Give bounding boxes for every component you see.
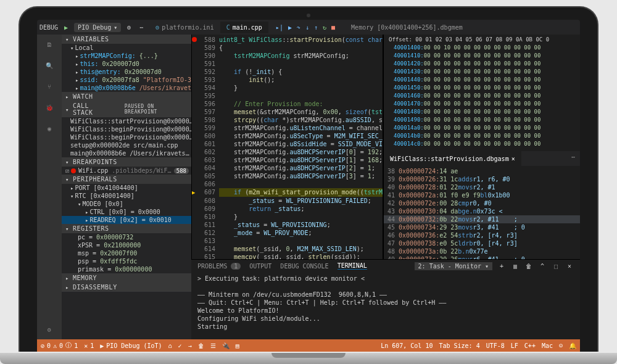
variable-item[interactable]: this: 0x200007d0 bbox=[62, 60, 191, 68]
pio-build-icon[interactable]: ✓ bbox=[178, 342, 182, 349]
memory-header[interactable]: MEMORY bbox=[62, 273, 191, 283]
maximize-icon[interactable]: ^ bbox=[538, 262, 547, 270]
terminal-select[interactable]: 2: Task - Monitor ▾ bbox=[415, 262, 492, 270]
memory-row[interactable]: 40001430: 00 00 00 00 00 00 00 00 00 00 … bbox=[384, 68, 580, 76]
memory-row[interactable]: 40001400: 00 00 10 00 00 00 00 00 00 00 … bbox=[384, 44, 580, 52]
memory-row[interactable]: 40001490: 00 00 00 00 00 00 00 00 00 00 … bbox=[384, 116, 580, 124]
memory-row[interactable]: 40001420: 00 00 00 00 00 00 00 00 00 00 … bbox=[384, 60, 580, 68]
disasm-row[interactable]: 470x00000738: e0 5c ldrb r0, [r4, r3] bbox=[384, 239, 580, 247]
more-icon[interactable]: ⋯ bbox=[566, 151, 580, 166]
encoding[interactable]: UTF-8 bbox=[486, 342, 505, 349]
peripheral-item[interactable]: READREQ [0x2] = 0x0010 bbox=[62, 216, 191, 224]
restart-icon[interactable]: ↑ bbox=[314, 24, 318, 31]
peripheral-item[interactable]: MODE0 [0x0] bbox=[62, 200, 191, 208]
pio-clean-icon[interactable]: 🗑 bbox=[198, 342, 204, 349]
stack-frame[interactable]: setup@0x000002de src/main.cpp bbox=[62, 141, 191, 149]
memory-row[interactable]: 40001460: 00 00 00 00 00 00 00 00 00 00 … bbox=[384, 92, 580, 100]
terminal-tab[interactable]: TERMINAL bbox=[337, 262, 367, 270]
memory-row[interactable]: 40001440: 00 00 00 00 00 00 00 00 00 00 … bbox=[384, 76, 580, 84]
code-line[interactable]: 599 strM2MAPConfig.u8ListenChannel = cha… bbox=[192, 124, 383, 132]
code-line[interactable]: 598 strcpy((char *)strM2MAPConfig.au8SSI… bbox=[192, 116, 383, 124]
breakpoints-header[interactable]: BREAKPOINTS bbox=[62, 157, 191, 167]
pio-home-icon[interactable]: ⌂ bbox=[168, 342, 172, 349]
code-line[interactable]: 596 // Enter Provision mode: bbox=[192, 100, 383, 108]
code-line[interactable]: 594 } bbox=[192, 84, 383, 92]
tab-main-cpp[interactable]: Cmain.cpp bbox=[220, 22, 268, 33]
debug-console-tab[interactable]: DEBUG CONSOLE bbox=[280, 263, 328, 270]
continue-icon[interactable]: ▸| bbox=[276, 24, 283, 31]
register-item[interactable]: xPSR = 0x21000000 bbox=[62, 241, 191, 249]
pin-icon[interactable]: ⋯ bbox=[137, 23, 146, 31]
feedback-icon[interactable]: ☺ bbox=[559, 342, 563, 349]
memory-viewer[interactable]: Offset: 00 01 02 03 04 05 06 07 08 09 0A… bbox=[383, 35, 580, 151]
step-into-icon[interactable]: ↷ bbox=[297, 24, 300, 31]
code-editor[interactable]: 588uint8_t WiFiClass::startProvision(con… bbox=[191, 35, 383, 259]
tab-memory[interactable]: Memory [0x40001400+256].dbgmem bbox=[345, 22, 469, 33]
memory-row[interactable]: 400014b0: 00 00 00 00 00 00 00 00 00 00 … bbox=[384, 132, 580, 140]
variables-local[interactable]: Local bbox=[62, 44, 191, 52]
close-panel-icon[interactable]: × bbox=[565, 262, 574, 270]
peripheral-item[interactable]: RTC [0x40001400] bbox=[62, 192, 191, 200]
code-line[interactable]: 614 memset(_ssid, 0, M2M_MAX_SSID_LEN); bbox=[192, 245, 383, 253]
trash-icon[interactable]: 🗑 bbox=[524, 262, 533, 270]
step-over-icon[interactable]: ▶ bbox=[288, 24, 292, 31]
code-line[interactable]: 615 memcpy(_ssid, ssid, strlen(ssid)); bbox=[192, 253, 383, 259]
code-line[interactable]: 605 strM2MAPConfig.au8DHCPServerIP[3] = … bbox=[192, 172, 383, 180]
disasm-row[interactable]: 380x00000724: 14 ae bbox=[384, 167, 580, 175]
callstack-header[interactable]: CALL STACK PAUSED ON BREAKPOINT bbox=[62, 101, 191, 117]
watch-header[interactable]: WATCH bbox=[62, 92, 191, 101]
terminal-output[interactable]: > Executing task: platformio device moni… bbox=[191, 272, 580, 339]
variable-item[interactable]: strM2MAPConfig: {...} bbox=[62, 52, 191, 60]
debug-config-select[interactable]: PIO Debug ▾ bbox=[74, 23, 121, 32]
stop-icon[interactable]: ■ bbox=[331, 24, 335, 31]
code-line[interactable]: 590 tstrM2MAPConfig strM2MAPConfig; bbox=[192, 52, 383, 60]
pio-test-icon[interactable]: ☰ bbox=[210, 342, 216, 349]
code-line[interactable]: 592 if (!_init) { bbox=[192, 68, 383, 76]
pio-terminal-icon[interactable]: ▤ bbox=[236, 342, 239, 349]
debug-icon[interactable]: 🐞 bbox=[43, 101, 56, 114]
os[interactable]: Mac bbox=[542, 342, 553, 349]
gear-icon[interactable]: ⚙ bbox=[125, 23, 133, 31]
expand-icon[interactable]: ⬚ bbox=[552, 262, 560, 270]
status-x[interactable]: ✕1 bbox=[84, 342, 94, 349]
code-line[interactable]: 591 bbox=[192, 60, 383, 68]
add-terminal-icon[interactable]: + bbox=[497, 262, 506, 270]
code-line[interactable]: 611 _status = WL_PROVISIONING; bbox=[192, 221, 383, 229]
register-item[interactable]: psp = 0xfdff5fdc bbox=[62, 257, 191, 265]
disasm-row[interactable]: 410x0000072a: 01 f0 e9 f9 bl 0x1b00 bbox=[384, 191, 580, 199]
split-terminal-icon[interactable]: ▥ bbox=[511, 262, 520, 270]
register-item[interactable]: msp = 0x20007f00 bbox=[62, 249, 191, 257]
code-line[interactable]: 612 _mode = WL_PROV_MODE; bbox=[192, 229, 383, 237]
tab-size[interactable]: Tab Size: 4 bbox=[439, 342, 479, 349]
memory-row[interactable]: 40001450: 00 00 00 00 00 00 00 00 00 00 … bbox=[384, 84, 580, 92]
variables-header[interactable]: VARIABLES bbox=[62, 35, 191, 44]
memory-row[interactable]: 40001480: 00 00 00 00 00 00 00 00 00 00 … bbox=[384, 108, 580, 116]
code-line[interactable]: 601 strM2MAPConfig.u8SsidHide = SSID_MOD… bbox=[192, 140, 383, 148]
disasm-tab[interactable]: WiFiClass::startProvision.dbgasm × bbox=[384, 151, 521, 166]
memory-row[interactable]: 400014c0: 00 00 00 00 00 00 00 00 00 00 … bbox=[384, 140, 580, 148]
code-line[interactable]: 595 bbox=[192, 92, 383, 100]
status-errors[interactable]: ⊘0 ⚠0 ⓘ1 bbox=[41, 341, 78, 350]
register-item[interactable]: primask = 0x00000000 bbox=[62, 265, 191, 273]
disasm-row[interactable]: 390x00000726: 31 1c adds r1, r6, #0 bbox=[384, 175, 580, 183]
stack-frame[interactable]: WiFiClass::beginProvision@0x0000… bbox=[62, 125, 191, 133]
code-line[interactable]: 602 strM2MAPConfig.au8DHCPServerIP[0] = … bbox=[192, 148, 383, 156]
code-line[interactable]: 593 init(); bbox=[192, 76, 383, 84]
language[interactable]: C++ bbox=[524, 342, 536, 349]
code-line[interactable]: 600 strM2MAPConfig.u8SecType = M2M_WIFI_… bbox=[192, 132, 383, 140]
step-out-icon[interactable]: ↓ bbox=[305, 24, 309, 31]
code-line[interactable]: 610 } bbox=[192, 213, 383, 221]
code-line[interactable]: 603 strM2MAPConfig.au8DHCPServerIP[1] = … bbox=[192, 156, 383, 164]
explorer-icon[interactable]: 🗎 bbox=[43, 38, 56, 51]
bell-icon[interactable]: 🔔 bbox=[569, 342, 576, 349]
peripheral-item[interactable]: CTRL [0x0] = 0x0000 bbox=[62, 208, 191, 216]
disasm-row[interactable]: 460x00000736: e2 54 strb r2, [r4, r3] bbox=[384, 231, 580, 239]
disassembly-header[interactable]: DISASSEMBLY bbox=[62, 283, 191, 292]
code-line[interactable]: 607 if (m2m_wifi_start_provision_mode((t… bbox=[192, 188, 383, 197]
register-item[interactable]: pc = 0x00000732 bbox=[62, 233, 191, 241]
tab-platformio-ini[interactable]: ⚙platformio.ini bbox=[149, 22, 220, 33]
variable-item[interactable]: ssid: 0x20007fa8 "PlatformIO-31… bbox=[62, 76, 191, 84]
code-line[interactable]: 609 return _status; bbox=[192, 205, 383, 213]
reload-icon[interactable]: ↻ bbox=[323, 24, 326, 31]
problems-tab[interactable]: PROBLEMS 1 bbox=[197, 263, 241, 270]
